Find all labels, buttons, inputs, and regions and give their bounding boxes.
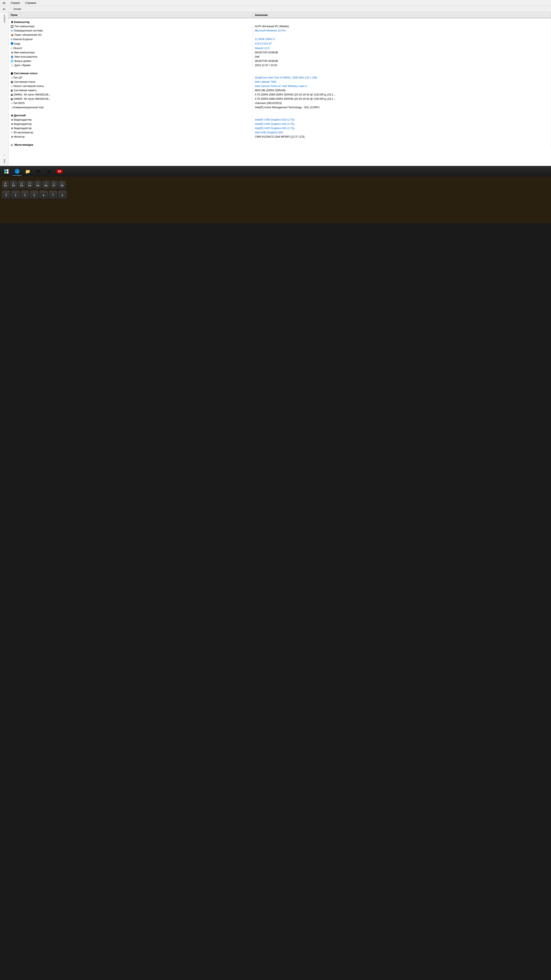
group-label: Компьютер <box>14 21 30 24</box>
key-7[interactable]: & 7 <box>49 191 57 199</box>
value-cell: 119.0.2151.97 <box>252 41 551 46</box>
table-row: DIMM3: SK hynix HMA851S6... 4 ГБ DDR4-26… <box>8 97 551 101</box>
taskbar-badge-app[interactable]: 64 <box>55 167 64 176</box>
key-f1[interactable]: 🔇 F1 <box>2 181 9 189</box>
toolbar-icon-arrow[interactable]: ⬅ <box>2 7 6 11</box>
taskbar: 📁 🛍 ✉ 64 <box>0 166 551 177</box>
taskbar-mail[interactable]: ✉ <box>44 167 54 176</box>
table-row: Вход в домен DESKTOP-ID36I3B <box>8 59 551 63</box>
key-6[interactable]: ^ 6 <box>40 191 48 199</box>
group-label: Мультимедиа <box>14 143 33 146</box>
key-8[interactable]: * 8 <box>58 191 66 199</box>
key-4[interactable]: $ 4 <box>21 191 29 199</box>
key-3[interactable]: # 3 <box>11 191 19 199</box>
menu-item-oe[interactable]: ое <box>2 1 6 5</box>
taskbar-widgets[interactable] <box>2 167 11 176</box>
key-f5-icon: ☀- <box>37 183 39 185</box>
value-cell: 8002 МБ (DDR4 SDRAM) <box>252 88 551 92</box>
key-f5[interactable]: ☀- F5 <box>35 181 41 189</box>
key-2[interactable]: @ 2 <box>2 191 10 199</box>
widgets-icon <box>4 169 8 173</box>
key-f8-icon: ⊡ <box>62 183 63 185</box>
table-row: Операционная система Microsoft Windows 1… <box>8 29 551 33</box>
field-cell: Имя компьютера <box>8 50 252 55</box>
key-6-main: 6 <box>43 194 44 197</box>
table-group-row: Системная плата <box>8 70 551 75</box>
taskbar-store[interactable]: 🛍 <box>33 167 43 176</box>
edge-icon <box>15 169 19 173</box>
row-icon <box>11 135 13 138</box>
value-cell: 4 ГБ DDR4-2666 DDR4 SDRAM (20-19-19-43 @… <box>252 92 551 97</box>
key-f2[interactable]: 🔈 F2 <box>10 181 17 189</box>
field-cell: Тип ЦП <box>8 75 252 80</box>
row-icon <box>11 123 13 126</box>
table-empty-row <box>8 110 551 111</box>
field-label: Internet Explorer <box>13 38 33 41</box>
table-row: Чипсет системной платы Intel Cannon Poin… <box>8 84 551 88</box>
value-cell: 2023-12-07 / 23:32 <box>252 63 551 67</box>
field-cell: Системная память <box>8 88 252 92</box>
key-f6-label: F6 <box>44 185 48 187</box>
table-group-row: Компьютер <box>8 18 551 24</box>
field-label: 3D-акселератор <box>13 131 33 134</box>
key-2-main: 2 <box>6 194 7 197</box>
value-cell: 11.3636.19041.0 <box>252 37 551 41</box>
sidebar-item-system[interactable]: ема <box>2 158 6 165</box>
field-label: Edge <box>14 42 21 45</box>
key-f4[interactable]: 🎤✕ F4 <box>26 181 33 189</box>
value-cell: Intel(R) Active Management Technology - … <box>252 105 551 110</box>
main-content: омация › ема Поле Значение Компьютер Тип… <box>0 12 551 166</box>
value-cell: Intel UHD Graphics 620 <box>252 130 551 135</box>
mail-icon: ✉ <box>47 169 51 174</box>
row-icon <box>11 33 14 37</box>
value-cell: DirectX 12.0 <box>252 46 551 50</box>
sidebar: омация › ема <box>0 12 8 166</box>
field-cell: DirectX <box>8 46 252 50</box>
table-empty-row <box>8 139 551 141</box>
key-f4-label: F4 <box>29 185 31 187</box>
field-cell: Коммуникационный порт <box>8 105 252 110</box>
field-cell: Видеоадаптер <box>8 126 252 130</box>
taskbar-explorer[interactable]: 📁 <box>23 167 32 176</box>
field-cell: Вход в домен <box>8 59 252 63</box>
menu-item-spravka[interactable]: Справка <box>24 1 37 5</box>
table-row: Имя компьютера DESKTOP-ID36I3B <box>8 50 551 55</box>
table-empty-row <box>8 67 551 70</box>
key-f3[interactable]: 🔊 F3 <box>18 181 25 189</box>
table-row: Коммуникационный порт Intel(R) Active Ma… <box>8 105 551 110</box>
data-table-container[interactable]: Поле Значение Компьютер Тип компьютера A… <box>8 12 551 166</box>
table-row: Дата / Время 2023-12-07 / 23:32 <box>8 63 551 67</box>
row-icon <box>11 106 12 109</box>
field-label: Монитор <box>14 135 25 138</box>
value-cell: Unknown (09/10/2023) <box>252 101 551 105</box>
row-icon <box>11 76 12 79</box>
field-label: Видеоадаптер <box>14 127 32 130</box>
field-label: Видеоадаптер <box>14 123 32 126</box>
table-row: Системная память 8002 МБ (DDR4 SDRAM) <box>8 88 551 92</box>
field-label: Дата / Время <box>14 64 30 67</box>
sidebar-collapse-arrow[interactable]: › <box>3 152 6 158</box>
row-icon <box>11 25 14 28</box>
taskbar-edge[interactable] <box>12 167 22 176</box>
field-cell: Имя пользователя <box>8 55 252 59</box>
key-f8[interactable]: ⊡ F8 <box>59 181 65 189</box>
table-row: 3D-акселератор Intel UHD Graphics 620 <box>8 130 551 135</box>
key-3-main: 3 <box>15 194 16 197</box>
key-f7[interactable]: ☀+ F7 <box>51 181 57 189</box>
field-label: Операционная система <box>14 29 43 32</box>
value-cell: Dell <box>252 55 551 59</box>
key-f7-label: F7 <box>53 185 56 187</box>
key-4-top: $ <box>24 192 25 194</box>
sidebar-item-info[interactable]: омация <box>2 13 6 24</box>
row-icon <box>11 97 13 100</box>
key-f5-label: F5 <box>37 185 39 187</box>
value-cell: Intel(R) UHD Graphics 620 (1 ГБ) <box>252 122 551 126</box>
toolbar-icon-doc[interactable]: 📄 <box>8 7 12 11</box>
menu-item-servis[interactable]: Сервис <box>10 1 21 5</box>
key-f6[interactable]: ☀ F6 <box>43 181 49 189</box>
row-icon <box>11 131 13 134</box>
key-5[interactable]: % 5 <box>30 191 38 199</box>
key-f3-label: F3 <box>21 185 23 187</box>
value-cell: 4 ГБ DDR4-2666 DDR4 SDRAM (20-19-19-43 @… <box>252 97 551 101</box>
row-icon <box>11 64 14 67</box>
